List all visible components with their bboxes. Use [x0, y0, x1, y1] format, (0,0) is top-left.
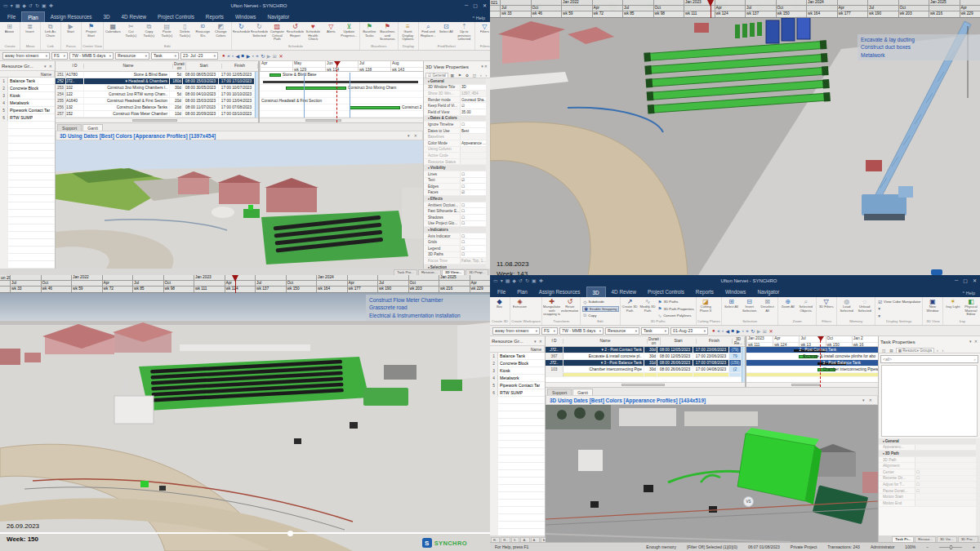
window-control-icon[interactable]: ▢: [473, 2, 478, 8]
property-row[interactable]: Focus Time False, Top, 1...: [424, 258, 486, 264]
property-row[interactable]: 3D Path: [879, 451, 976, 457]
ribbon-button[interactable]: ↻Reschedule Selected: [251, 23, 268, 41]
ribbon-button[interactable]: ⊞Above: [1, 23, 18, 41]
gantt-row[interactable]: [260, 111, 423, 118]
playback-icon[interactable]: »: [256, 53, 258, 58]
property-row[interactable]: Lines ☐: [424, 171, 486, 178]
3d-viewport[interactable]: VS: [546, 405, 878, 542]
zoom-in-button[interactable]: +: [973, 544, 975, 549]
ribbon-button[interactable]: ◍Load Selected: [838, 298, 855, 316]
properties-tab[interactable]: ›: [484, 73, 489, 78]
resource-row[interactable]: 3Kiosk: [490, 367, 545, 375]
gantt-row[interactable]: [260, 78, 423, 85]
ribbon-button[interactable]: ▽3D Filters: [817, 298, 835, 316]
zoom-slider[interactable]: [939, 547, 962, 548]
ribbon-button[interactable]: ◈Extrusion: [511, 298, 528, 316]
property-row[interactable]: Center ☐: [879, 469, 976, 476]
gantt-row[interactable]: Excavate & install concrete plinths for …: [746, 353, 878, 360]
playback-icon[interactable]: ▶: [737, 328, 741, 334]
playback-icon[interactable]: ●: [712, 328, 715, 333]
gantt-bar[interactable]: [263, 81, 418, 83]
property-row[interactable]: Reverse Dir... ☐: [879, 476, 976, 482]
view-tab[interactable]: Gantt: [82, 124, 103, 131]
ribbon-button[interactable]: ◌Unload Selected: [856, 298, 873, 316]
table-row[interactable]: 251 A1780 Stone & Blind Base 5d 08:00 08…: [56, 72, 255, 78]
properties-tab[interactable]: ⚑: [457, 73, 463, 78]
property-row[interactable]: Fast Silhouette E... ☐: [424, 208, 486, 215]
property-row[interactable]: Dates & Colors: [424, 116, 486, 122]
playback-icon[interactable]: ›: [252, 53, 254, 58]
table-scrollbar[interactable]: [255, 72, 258, 118]
property-row[interactable]: Appearanc...: [879, 445, 976, 451]
filter-dropdown[interactable]: Resource▾: [115, 52, 149, 60]
resource-row[interactable]: 4Metalwork: [0, 100, 55, 107]
playback-icon[interactable]: ◀: [235, 53, 239, 59]
quick-access-icon[interactable]: ↺: [29, 2, 33, 8]
property-row[interactable]: Resource Status: [424, 159, 486, 166]
ribbon-button[interactable]: ∿Modify 3D Path: [639, 298, 657, 316]
gantt-row[interactable]: 3 - Post Balance Tank: [746, 360, 878, 367]
table-row[interactable]: J72.. ▾ 3 - Post Balance Tank 31d 08:00 …: [546, 360, 742, 367]
playback-icon[interactable]: ▶: [267, 53, 271, 59]
property-row[interactable]: Pause Durati... ☐: [879, 488, 976, 495]
gantt-row[interactable]: Chamber interconnecting Pipewo: [746, 367, 878, 373]
help-link[interactable]: ^ Help: [473, 16, 488, 22]
docked-panel-tab[interactable]: Task Pro...: [394, 269, 417, 275]
table-row[interactable]: J72.. ▾ 2 - Post Contact Tank 30d 08:00 …: [546, 347, 742, 353]
quick-access-icon[interactable]: ▾: [11, 2, 13, 8]
resource-row[interactable]: 5Pipework Contact Tar: [0, 107, 55, 114]
ribbon-button[interactable]: ✚Manipulator with snapping to element: [543, 298, 560, 316]
ribbon-button[interactable]: ↗Create 3D Path: [621, 298, 639, 316]
property-row[interactable]: Shadows ☐: [424, 215, 486, 221]
gantt-row[interactable]: Construct Headwall & First Section: [260, 98, 423, 104]
quick-access-icon[interactable]: ▣: [42, 2, 47, 8]
menu-tab[interactable]: Windows: [719, 287, 752, 297]
property-row[interactable]: Dates to Use Best: [424, 128, 486, 135]
ribbon-button[interactable]: ⚑Project Start: [82, 23, 100, 41]
docked-panel-tab[interactable]: A..: [520, 537, 529, 542]
gantt-row[interactable]: [746, 373, 878, 377]
property-row[interactable]: Legend ☐: [424, 246, 486, 252]
playback-icon[interactable]: ◀: [725, 328, 729, 334]
timeline-marker[interactable]: [820, 336, 821, 387]
ribbon-button[interactable]: ▾: [877, 313, 921, 319]
ribbon-button[interactable]: ⊡Select All: [438, 23, 455, 41]
ribbon-button[interactable]: ◧Physical Material Editor: [962, 298, 979, 316]
3d-fullscreen-view-b[interactable]: un 2021 Julwk 33Octwk 46Jan 2022wk 59Apr…: [0, 275, 490, 551]
ribbon-button[interactable]: ▣New Window: [924, 298, 941, 316]
ribbon-button[interactable]: ☑View Cube Manipulator: [877, 299, 921, 305]
property-row[interactable]: Effects: [424, 196, 486, 202]
gantt-hscrollbar[interactable]: [260, 118, 423, 122]
docked-panel-tab[interactable]: 3D Pro...: [958, 536, 978, 542]
gantt-row[interactable]: Construct 3no Mixing Cham: [260, 85, 423, 91]
property-row[interactable]: Faces ☑: [424, 190, 486, 197]
view-tab[interactable]: Support: [57, 124, 82, 131]
resource-row[interactable]: 3Kiosk: [0, 92, 55, 100]
menu-tab[interactable]: 4D Review: [606, 287, 642, 297]
filter-dropdown[interactable]: Resource▾: [605, 327, 639, 335]
property-row[interactable]: Show 3D Win... 1397, 454: [424, 91, 486, 97]
table-row[interactable]: 103 Chamber interconnecting Pipe 30d 08:…: [546, 367, 742, 373]
property-row[interactable]: Color Mode Appearance ...: [424, 140, 486, 147]
properties-tab[interactable]: ▤: [888, 349, 894, 353]
date-picker[interactable]: 01-Aug-23▾: [670, 327, 708, 335]
playback-icon[interactable]: ▶: [247, 53, 251, 59]
scrubber-handle[interactable]: [287, 531, 293, 536]
ribbon-button[interactable]: ⧉Copy: [582, 313, 618, 319]
view-tab[interactable]: Gantt: [572, 389, 593, 395]
filter-dropdown[interactable]: 7W - MMB 5 days▾: [559, 327, 604, 335]
properties-tab[interactable]: ›: [941, 349, 946, 353]
quick-access-icon[interactable]: ▭: [493, 278, 498, 283]
resource-row[interactable]: 5Pipework Contact Tar: [490, 382, 545, 389]
property-row[interactable]: Using Column: [424, 147, 486, 153]
property-row[interactable]: Indicators: [424, 227, 486, 233]
menu-tab[interactable]: 3D: [586, 287, 606, 297]
property-row[interactable]: Active Code: [424, 153, 486, 159]
quick-access-icon[interactable]: ↻: [35, 2, 39, 8]
ribbon-button[interactable]: ▦Calendars: [105, 23, 122, 41]
docked-panel-tab[interactable]: 3D Prop...: [466, 269, 488, 275]
resource-row[interactable]: 1Balance Tank: [490, 353, 545, 360]
docked-panel-tab[interactable]: Resour...: [915, 536, 936, 542]
playback-icon[interactable]: ⊞: [273, 53, 277, 59]
quick-access-icon[interactable]: ▦: [16, 2, 20, 8]
